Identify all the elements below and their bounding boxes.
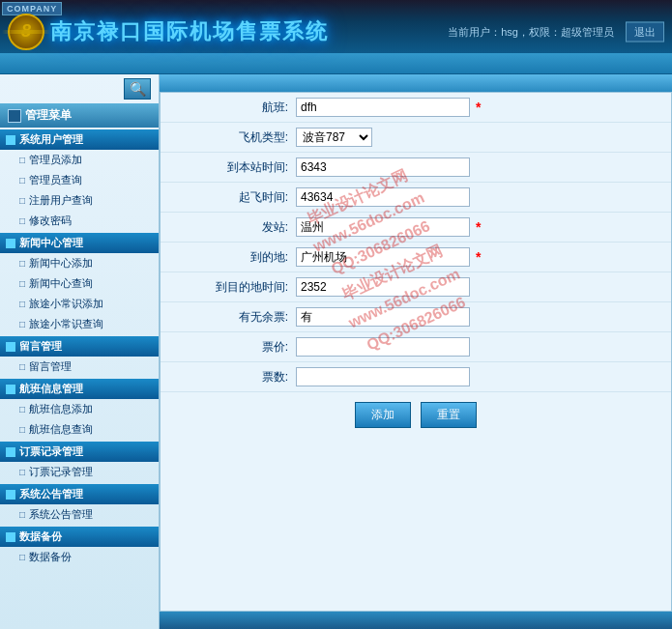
form-row-arrive-dest-time: 到目的地时间: <box>161 272 671 302</box>
input-area-depart-time <box>296 187 661 207</box>
required-star-from: * <box>476 219 481 235</box>
logo-icon <box>8 14 44 50</box>
input-area-price <box>296 337 661 357</box>
section-icon <box>6 490 15 500</box>
section-ticket: 订票记录管理 <box>0 442 159 462</box>
section-flight: 航班信息管理 <box>0 379 159 399</box>
sidebar: 🔍 管理菜单 系统用户管理 管理员添加 管理员查询 注册用户查询 修改密码 新闻… <box>0 74 160 629</box>
label-arrive-time: 到本站时间: <box>170 159 296 176</box>
section-message: 留言管理 <box>0 336 159 357</box>
button-row: 添加 重置 <box>161 392 671 438</box>
input-arrive-dest-time[interactable] <box>296 277 470 297</box>
input-area-to: * <box>296 247 661 267</box>
logo-area: 南京禄口国际机场售票系统 <box>0 14 329 50</box>
site-title: 南京禄口国际机场售票系统 <box>50 17 329 46</box>
content-bottom-bar <box>160 612 672 629</box>
sidebar-item-user-query[interactable]: 注册用户查询 <box>0 190 159 211</box>
input-area-plane-type: 波音787 空客A320 空客A380 <box>296 128 661 147</box>
label-arrive-dest-time: 到目的地时间: <box>170 279 296 296</box>
select-plane-type[interactable]: 波音787 空客A320 空客A380 <box>296 128 372 147</box>
label-to: 到的地: <box>170 249 296 266</box>
user-info: 当前用户：hsg，权限：超级管理员 <box>448 24 614 39</box>
sidebar-item-notice[interactable]: 系统公告管理 <box>0 504 159 525</box>
menu-header-icon <box>8 109 21 123</box>
input-price[interactable] <box>296 337 470 357</box>
main-layout: 🔍 管理菜单 系统用户管理 管理员添加 管理员查询 注册用户查询 修改密码 新闻… <box>0 74 672 629</box>
content-top-bar <box>160 74 672 92</box>
search-area: 🔍 <box>0 74 159 103</box>
label-remaining: 有无余票: <box>170 309 296 326</box>
section-backup: 数据备份 <box>0 527 159 547</box>
section-icon <box>6 135 15 145</box>
input-area-arrive-time <box>296 157 661 177</box>
input-flight-number[interactable] <box>296 98 470 117</box>
label-count: 票数: <box>170 369 296 386</box>
form-row-price: 票价: <box>161 332 671 362</box>
sidebar-item-message[interactable]: 留言管理 <box>0 357 159 377</box>
section-system-user: 系统用户管理 <box>0 129 159 150</box>
form-row-flight-number: 航班: * <box>161 93 671 123</box>
input-count[interactable] <box>296 367 470 386</box>
search-icon[interactable]: 🔍 <box>124 78 151 100</box>
form-row-arrive-time: 到本站时间: <box>161 153 671 183</box>
section-icon <box>6 447 15 457</box>
label-price: 票价: <box>170 339 296 356</box>
input-area-arrive-dest-time <box>296 277 661 297</box>
sidebar-item-admin-query[interactable]: 管理员查询 <box>0 170 159 190</box>
form-container: 毕业设计论文网 www.56doc.com QQ:306826066 毕业设计论… <box>160 92 672 612</box>
input-area-count <box>296 367 661 386</box>
company-badge: COMPANY <box>2 2 62 15</box>
logout-button[interactable]: 退出 <box>626 21 664 42</box>
reset-button[interactable]: 重置 <box>421 402 477 428</box>
label-depart-time: 起飞时间: <box>170 189 296 206</box>
section-notice: 系统公告管理 <box>0 484 159 504</box>
sidebar-item-change-pwd[interactable]: 修改密码 <box>0 211 159 231</box>
sidebar-item-admin-add[interactable]: 管理员添加 <box>0 150 159 170</box>
content-area: 毕业设计论文网 www.56doc.com QQ:306826066 毕业设计论… <box>160 74 672 629</box>
header: COMPANY 南京禄口国际机场售票系统 当前用户：hsg，权限：超级管理员 退… <box>0 0 672 53</box>
section-news: 新闻中心管理 <box>0 233 159 253</box>
sidebar-item-tip-add[interactable]: 旅途小常识添加 <box>0 294 159 314</box>
input-arrive-time[interactable] <box>296 157 470 177</box>
input-area-remaining <box>296 307 661 327</box>
logo-wings <box>2 30 50 34</box>
input-from[interactable] <box>296 217 470 237</box>
sidebar-item-news-query[interactable]: 新闻中心查询 <box>0 273 159 294</box>
form-row-plane-type: 飞机类型: 波音787 空客A320 空客A380 <box>161 123 671 153</box>
section-icon <box>6 342 15 352</box>
form-row-to: 到的地: * <box>161 243 671 272</box>
menu-header: 管理菜单 <box>0 103 159 128</box>
section-icon <box>6 385 15 394</box>
label-flight-number: 航班: <box>170 100 296 116</box>
input-area-from: * <box>296 217 661 237</box>
sidebar-item-ticket[interactable]: 订票记录管理 <box>0 462 159 482</box>
sub-header <box>0 53 672 74</box>
form-row-count: 票数: <box>161 362 671 392</box>
sidebar-item-tip-query[interactable]: 旅途小常识查询 <box>0 314 159 334</box>
section-icon <box>6 239 15 248</box>
label-from: 发站: <box>170 219 296 236</box>
required-star: * <box>476 100 481 115</box>
sidebar-item-flight-add[interactable]: 航班信息添加 <box>0 399 159 419</box>
input-remaining[interactable] <box>296 307 470 327</box>
input-to[interactable] <box>296 247 470 267</box>
form-row-from: 发站: * <box>161 213 671 243</box>
input-area-flight-number: * <box>296 98 661 117</box>
add-button[interactable]: 添加 <box>355 402 411 428</box>
form-row-remaining: 有无余票: <box>161 302 671 332</box>
section-icon <box>6 532 15 542</box>
input-depart-time[interactable] <box>296 187 470 207</box>
form-row-depart-time: 起飞时间: <box>161 183 671 213</box>
sidebar-item-backup[interactable]: 数据备份 <box>0 547 159 567</box>
required-star-to: * <box>476 249 481 265</box>
label-plane-type: 飞机类型: <box>170 129 296 146</box>
sidebar-item-news-add[interactable]: 新闻中心添加 <box>0 253 159 273</box>
sidebar-item-flight-query[interactable]: 航班信息查询 <box>0 419 159 440</box>
